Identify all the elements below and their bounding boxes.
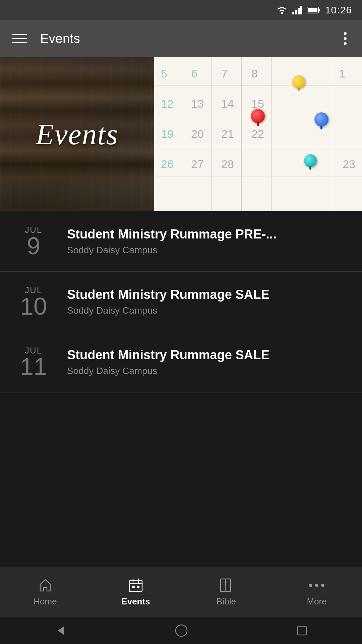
events-banner-text: Events bbox=[36, 117, 119, 151]
svg-rect-6 bbox=[318, 9, 320, 11]
event-date-3: JUL 11 bbox=[13, 345, 54, 379]
pin-blue bbox=[314, 112, 328, 126]
pin-teal bbox=[304, 154, 317, 167]
app-bar-left: Events bbox=[12, 32, 80, 46]
event-title-3: Student Ministry Rummage SALE bbox=[67, 348, 335, 362]
events-label: Events bbox=[121, 596, 150, 607]
event-item-3[interactable]: JUL 11 Student Ministry Rummage SALE Sod… bbox=[0, 332, 362, 392]
status-time: 10:26 bbox=[325, 4, 352, 16]
svg-rect-9 bbox=[129, 580, 142, 592]
nav-item-more[interactable]: More bbox=[272, 572, 362, 612]
app-bar-title: Events bbox=[40, 32, 80, 46]
home-icon bbox=[38, 578, 53, 593]
svg-rect-21 bbox=[298, 626, 306, 635]
signal-icon bbox=[292, 6, 302, 14]
event-info-3: Student Ministry Rummage SALE Soddy Dais… bbox=[67, 348, 349, 376]
svg-rect-4 bbox=[300, 6, 302, 14]
hero-banner: Events 5 6 7 8 1 bbox=[0, 57, 362, 211]
event-location-3: Soddy Daisy Campus bbox=[67, 366, 349, 376]
nav-item-home[interactable]: Home bbox=[0, 572, 90, 612]
more-dots-icon bbox=[309, 578, 324, 593]
svg-rect-14 bbox=[137, 586, 139, 588]
svg-rect-2 bbox=[295, 10, 297, 14]
home-button[interactable] bbox=[175, 624, 188, 637]
bible-icon bbox=[219, 578, 234, 593]
svg-rect-7 bbox=[308, 8, 317, 12]
wifi-icon bbox=[276, 6, 288, 14]
event-title-2: Student Ministry Rummage SALE bbox=[67, 287, 335, 302]
event-location-1: Soddy Daisy Campus bbox=[67, 245, 349, 256]
home-circle-icon bbox=[175, 624, 188, 637]
svg-point-20 bbox=[176, 625, 187, 636]
svg-marker-8 bbox=[40, 580, 50, 591]
calendar-bg: 5 6 7 8 1 12 13 14 15 19 20 21 22 26 27 … bbox=[154, 57, 362, 211]
status-icons: 10:26 bbox=[276, 4, 352, 16]
more-vert-button[interactable] bbox=[341, 29, 350, 48]
svg-rect-1 bbox=[292, 12, 294, 14]
event-day-2: 10 bbox=[20, 294, 47, 318]
pin-yellow bbox=[292, 75, 305, 88]
event-date-2: JUL 10 bbox=[13, 285, 54, 318]
event-title-1: Student Ministry Rummage PRE-... bbox=[67, 227, 335, 241]
event-item-1[interactable]: JUL 9 Student Ministry Rummage PRE-... S… bbox=[0, 211, 362, 272]
app-bar: Events bbox=[0, 20, 362, 57]
nav-item-events[interactable]: Events bbox=[90, 572, 181, 612]
content-spacer bbox=[0, 392, 362, 493]
event-date-1: JUL 9 bbox=[13, 225, 54, 258]
event-list: JUL 9 Student Ministry Rummage PRE-... S… bbox=[0, 211, 362, 392]
recents-icon bbox=[296, 625, 308, 636]
svg-marker-19 bbox=[58, 627, 64, 635]
svg-rect-13 bbox=[132, 586, 135, 588]
recents-button[interactable] bbox=[296, 625, 308, 636]
bottom-nav: Home Events Bible More bbox=[0, 567, 362, 617]
hero-right: 5 6 7 8 1 12 13 14 15 19 20 21 22 26 27 … bbox=[154, 57, 362, 211]
event-info-2: Student Ministry Rummage SALE Soddy Dais… bbox=[67, 287, 349, 316]
event-day-3: 11 bbox=[20, 355, 47, 379]
svg-point-0 bbox=[281, 12, 283, 14]
events-icon bbox=[128, 578, 143, 593]
hamburger-icon[interactable] bbox=[12, 34, 27, 43]
battery-icon bbox=[307, 6, 320, 14]
svg-rect-3 bbox=[298, 8, 300, 14]
system-nav-bar bbox=[0, 617, 362, 644]
status-bar: 10:26 bbox=[0, 0, 362, 20]
hero-left: Events bbox=[0, 57, 154, 211]
nav-item-bible[interactable]: Bible bbox=[181, 572, 272, 612]
bible-label: Bible bbox=[217, 596, 236, 607]
back-icon bbox=[54, 625, 66, 637]
home-label: Home bbox=[34, 596, 57, 607]
event-item-2[interactable]: JUL 10 Student Ministry Rummage SALE Sod… bbox=[0, 272, 362, 332]
more-label: More bbox=[307, 596, 326, 607]
event-info-1: Student Ministry Rummage PRE-... Soddy D… bbox=[67, 227, 349, 256]
event-location-2: Soddy Daisy Campus bbox=[67, 305, 349, 316]
event-day-1: 9 bbox=[27, 234, 40, 258]
pin-red bbox=[251, 109, 265, 123]
main-content: Events 5 6 7 8 1 bbox=[0, 57, 362, 570]
back-button[interactable] bbox=[54, 625, 66, 637]
